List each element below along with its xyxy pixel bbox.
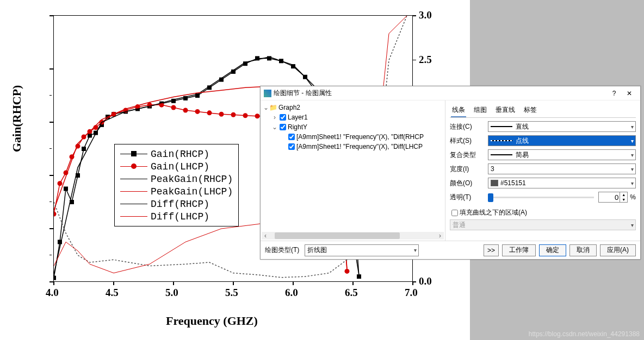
compound-select[interactable]: 简易▾ xyxy=(488,149,636,160)
plot-tree[interactable]: ⌄📁Graph2 ›Layer1 ⌄RightY [A9mm]Sheet1! "… xyxy=(261,100,445,241)
label-compound: 复合类型 xyxy=(450,150,488,160)
tree-checkbox[interactable] xyxy=(280,124,286,130)
label-connect: 连接(C) xyxy=(450,122,488,131)
svg-point-49 xyxy=(231,112,236,117)
label-trans: 透明(T) xyxy=(450,193,488,202)
legend-item: PeakGain(RHCP) xyxy=(151,174,233,185)
tree-toggle[interactable]: ⌄ xyxy=(263,104,269,111)
tree-node[interactable]: RightY xyxy=(288,123,307,131)
svg-rect-6 xyxy=(88,134,92,138)
style-select[interactable]: 点线▾ xyxy=(488,135,636,146)
svg-point-48 xyxy=(219,112,224,117)
cancel-button[interactable]: 取消 xyxy=(569,244,597,256)
connect-select[interactable]: 直线▾ xyxy=(488,121,636,132)
plot-type-label: 绘图类型(T) xyxy=(265,245,299,255)
close-button[interactable]: ✕ xyxy=(622,88,637,99)
transparency-spinner[interactable]: ▲▼ xyxy=(620,192,628,203)
tree-checkbox[interactable] xyxy=(280,114,286,121)
apply-button[interactable]: 应用(A) xyxy=(600,244,636,256)
y-axis-label: Gain(RHCP) xyxy=(10,85,24,152)
tree-toggle[interactable]: › xyxy=(271,114,278,121)
legend-item: PeakGain(LHCP) xyxy=(151,186,233,197)
svg-point-51 xyxy=(255,114,260,118)
plot-type-select[interactable]: 折线图▾ xyxy=(305,244,419,256)
svg-point-30 xyxy=(54,212,57,217)
legend: Gain(RHCP) Gain(LHCP) PeakGain(RHCP) Pea… xyxy=(114,144,239,226)
dialog-icon xyxy=(264,90,271,97)
svg-point-45 xyxy=(183,108,188,112)
fill-type-select: 普通▾ xyxy=(450,219,636,230)
properties-panel: 线条 组图 垂直线 标签 连接(C)直线▾ 样式(S)点线▾ 复合类型简易▾ 宽… xyxy=(445,100,640,241)
color-select[interactable]: #515151▾ xyxy=(488,178,636,188)
svg-point-50 xyxy=(243,113,248,118)
color-swatch xyxy=(491,180,498,186)
legend-item: Diff(RHCP) xyxy=(151,199,209,210)
label-color: 颜色(O) xyxy=(450,179,488,188)
fill-area-label: 填充曲线之下的区域(A) xyxy=(460,208,527,217)
fill-area-checkbox[interactable] xyxy=(451,210,458,216)
svg-point-35 xyxy=(82,134,86,139)
x-axis-label: Frequency (GHZ) xyxy=(166,314,258,328)
dialog-titlebar[interactable]: 绘图细节 - 绘图属性 ? ✕ xyxy=(261,86,640,100)
dialog-title: 绘图细节 - 绘图属性 xyxy=(274,89,606,98)
tree-leaf[interactable]: [A9mm]Sheet1! "Frequency"(X), "Diff(LHCP xyxy=(296,143,423,150)
legend-item: Diff(LHCP) xyxy=(151,211,209,222)
tree-toggle[interactable]: ⌄ xyxy=(271,123,278,131)
transparency-input[interactable] xyxy=(598,192,620,203)
tree-hscroll[interactable]: ‹› xyxy=(262,232,444,240)
expand-button[interactable]: >> xyxy=(484,244,499,256)
tree-node[interactable]: Layer1 xyxy=(288,114,308,121)
svg-rect-2 xyxy=(64,187,68,191)
tab-dropline[interactable]: 垂直线 xyxy=(494,104,516,117)
svg-point-44 xyxy=(171,105,176,110)
legend-item: Gain(LHCP) xyxy=(151,161,209,172)
help-button[interactable]: ? xyxy=(606,88,622,99)
workbook-button[interactable]: 工作簿 xyxy=(502,244,536,256)
tab-group[interactable]: 组图 xyxy=(473,104,488,117)
svg-rect-5 xyxy=(82,147,86,151)
label-width: 宽度(I) xyxy=(450,165,488,174)
svg-point-31 xyxy=(58,181,63,186)
tree-leaf[interactable]: [A9mm]Sheet1! "Frequency"(X), "Diff(RHCP xyxy=(296,133,424,141)
ok-button[interactable]: 确定 xyxy=(539,244,566,256)
tree-checkbox[interactable] xyxy=(288,134,295,140)
folder-icon: 📁 xyxy=(269,104,277,111)
svg-point-47 xyxy=(207,110,212,115)
watermark: https://blog.csdn.net/weixin_44291388 xyxy=(529,330,640,338)
svg-rect-0 xyxy=(54,276,56,280)
width-select[interactable]: 3▾ xyxy=(488,163,636,174)
tree-checkbox[interactable] xyxy=(288,143,295,150)
tree-node[interactable]: Graph2 xyxy=(278,104,300,111)
plot-details-dialog: 绘图细节 - 绘图属性 ? ✕ ⌄📁Graph2 ›Layer1 ⌄RightY… xyxy=(260,86,641,260)
svg-point-59 xyxy=(345,269,350,274)
transparency-slider[interactable]: ▲▼% xyxy=(488,192,636,203)
label-style: 样式(S) xyxy=(450,136,488,146)
svg-point-46 xyxy=(195,109,200,114)
legend-item: Gain(RHCP) xyxy=(151,149,209,160)
tab-line[interactable]: 线条 xyxy=(451,104,466,117)
tab-label[interactable]: 标签 xyxy=(523,104,538,117)
